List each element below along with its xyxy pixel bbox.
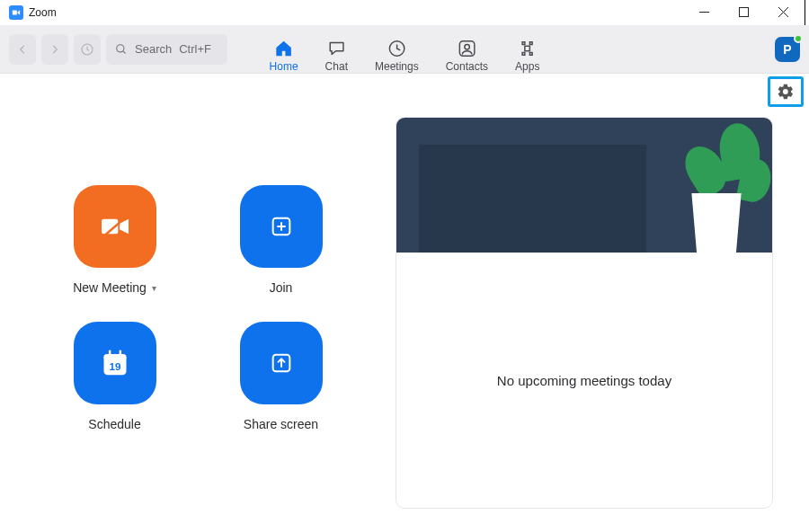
action-new-meeting[interactable]: New Meeting ▾ — [36, 185, 193, 295]
nav-back-button[interactable] — [9, 34, 36, 65]
main-content: New Meeting ▾ Join 19 — [0, 104, 809, 527]
contacts-icon — [457, 39, 476, 58]
nav-tabs: Home Chat Meetings Contacts Apps — [270, 25, 540, 73]
window-title: Zoom — [29, 6, 57, 19]
search-shortcut-hint: Ctrl+F — [179, 42, 211, 56]
tab-home[interactable]: Home — [270, 35, 298, 73]
gear-icon — [777, 83, 795, 101]
calendar-icon: 19 — [97, 345, 133, 381]
svg-rect-0 — [13, 10, 17, 14]
calendar-day: 19 — [109, 360, 120, 372]
minimize-button[interactable] — [684, 0, 724, 25]
tab-chat[interactable]: Chat — [325, 35, 348, 73]
schedule-tile: 19 — [74, 322, 156, 404]
upcoming-meetings-panel: No upcoming meetings today — [396, 117, 773, 509]
action-label: Schedule — [88, 417, 140, 431]
video-camera-icon — [97, 208, 133, 244]
share-up-icon — [267, 349, 296, 377]
settings-row — [0, 74, 809, 104]
zoom-app-icon — [9, 5, 23, 20]
search-icon — [115, 43, 128, 56]
tab-apps[interactable]: Apps — [515, 35, 539, 73]
clock-icon — [387, 39, 406, 58]
quick-actions: New Meeting ▾ Join 19 — [36, 104, 360, 509]
svg-point-10 — [465, 44, 470, 49]
settings-button[interactable] — [776, 82, 796, 102]
svg-point-6 — [117, 44, 124, 51]
chat-icon — [326, 39, 346, 58]
tab-label: Meetings — [375, 60, 419, 73]
plus-icon — [267, 212, 296, 241]
chevron-down-icon[interactable]: ▾ — [152, 283, 156, 293]
nav-forward-button[interactable] — [41, 34, 68, 65]
window-titlebar: Zoom — [0, 0, 809, 25]
apps-icon — [518, 39, 538, 58]
tab-contacts[interactable]: Contacts — [446, 35, 488, 73]
svg-line-7 — [123, 50, 126, 53]
share-screen-tile — [240, 322, 323, 404]
action-schedule[interactable]: 19 Schedule — [36, 322, 193, 431]
action-label-row: New Meeting ▾ — [73, 280, 156, 295]
home-icon — [274, 39, 294, 58]
panel-hero-image — [396, 118, 772, 253]
action-share-screen[interactable]: Share screen — [202, 322, 360, 431]
action-label: Share screen — [244, 417, 318, 431]
join-tile — [240, 185, 323, 268]
no-meetings-message: No upcoming meetings today — [497, 373, 671, 388]
panel-body: No upcoming meetings today — [396, 253, 772, 508]
main-toolbar: Search Ctrl+F Home Chat Meetings Contact… — [0, 25, 809, 74]
tab-label: Home — [270, 60, 298, 73]
history-button[interactable] — [74, 34, 101, 65]
tab-meetings[interactable]: Meetings — [375, 35, 419, 73]
status-indicator-available — [794, 34, 803, 43]
tab-label: Contacts — [446, 60, 488, 73]
svg-rect-11 — [525, 46, 530, 51]
action-label: Join — [270, 280, 293, 295]
svg-rect-18 — [103, 354, 126, 360]
tab-label: Chat — [325, 60, 348, 73]
profile-initial: P — [783, 42, 791, 57]
svg-rect-2 — [739, 8, 748, 17]
action-label: New Meeting — [73, 280, 147, 295]
profile-avatar[interactable]: P — [775, 37, 800, 62]
search-placeholder: Search — [135, 42, 172, 56]
settings-highlight-box — [768, 76, 804, 107]
close-button[interactable] — [763, 0, 803, 25]
maximize-button[interactable] — [724, 0, 763, 25]
action-join[interactable]: Join — [202, 185, 360, 295]
tab-label: Apps — [515, 60, 539, 73]
search-input[interactable]: Search Ctrl+F — [106, 34, 227, 65]
titlebar-separator — [805, 0, 805, 25]
new-meeting-tile — [74, 185, 156, 268]
